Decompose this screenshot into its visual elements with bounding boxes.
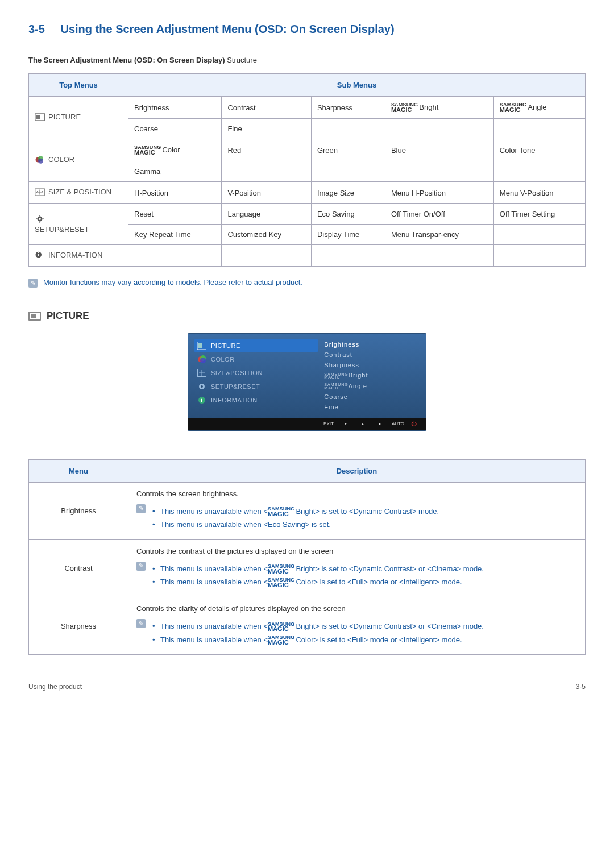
osd-item-picture: PICTURE <box>194 339 318 352</box>
picture-icon <box>35 113 45 121</box>
footer-right: 3-5 <box>576 683 586 691</box>
samsung-magic-logo: SAMSUNGMAGIC <box>500 102 526 113</box>
menu-information-label: INFORMA-TION <box>48 251 102 259</box>
desc-note-item: This menu is unavailable when <SAMSUNGMA… <box>152 621 484 632</box>
gear-icon <box>197 383 206 391</box>
cell <box>128 244 222 267</box>
info-icon: i <box>35 251 45 259</box>
cell: Customized Key <box>222 224 312 244</box>
section-title: Using the Screen Adjustment Menu (OSD: O… <box>60 23 394 35</box>
size-position-icon <box>197 369 206 377</box>
menu-picture-label: PICTURE <box>48 113 81 121</box>
svg-point-7 <box>39 218 41 220</box>
osd-bottom-bar: EXIT ▾ ▴ ▸ AUTO ⏻ <box>188 418 426 430</box>
table-row: i INFORMA-TION <box>29 244 586 267</box>
desc-note-item: This menu is unavailable when <SAMSUNGMA… <box>152 576 484 588</box>
picture-heading: PICTURE <box>28 310 586 322</box>
footer-left: Using the product <box>28 683 82 691</box>
description-header: Description <box>128 459 586 482</box>
cell: Menu H-Position <box>385 182 493 204</box>
cell <box>493 244 585 267</box>
samsung-magic-logo: SAMSUNGMAGIC <box>268 622 294 632</box>
sub-menus-header: Sub Menus <box>128 74 586 97</box>
cell: Gamma <box>128 161 222 182</box>
table-row: COLOR SAMSUNGMAGICColor Red Green Blue C… <box>29 139 586 161</box>
cell: Key Repeat Time <box>128 224 222 244</box>
picture-icon <box>197 342 206 350</box>
svg-point-4 <box>38 159 43 164</box>
cell: SAMSUNGMAGICColor <box>128 139 222 161</box>
description-table: Menu Description Brightness Controls the… <box>28 459 586 655</box>
table-row: Sharpness Controls the clarity of detail… <box>29 597 586 655</box>
desc-intro: Controls the screen brightness. <box>136 489 577 498</box>
table-row: PICTURE Brightness Contrast Sharpness SA… <box>29 97 586 119</box>
svg-rect-15 <box>198 343 202 348</box>
desc-menu-brightness: Brightness <box>29 482 128 539</box>
cell: Menu Transpar-ency <box>385 224 493 244</box>
size-position-icon <box>35 188 45 196</box>
osd-right-icon: ▸ <box>375 421 385 426</box>
desc-intro: Controls the contrast of the pictures di… <box>136 547 577 555</box>
cell: Menu V-Position <box>493 182 585 204</box>
note-icon: ✎ <box>28 279 38 288</box>
color-icon <box>35 156 45 164</box>
cell: Eco Saving <box>311 203 385 224</box>
cell: Reset <box>128 203 222 224</box>
table-row: Brightness Controls the screen brightnes… <box>29 482 586 539</box>
osd-sub-magic-angle: SAMSUNGMAGICAngle <box>324 381 422 392</box>
desc-note-item: This menu is unavailable when <SAMSUNGMA… <box>152 563 484 575</box>
osd-power-icon: ⏻ <box>409 421 419 427</box>
osd-up-icon: ▴ <box>358 421 368 426</box>
osd-sub-sharpness: Sharpness <box>324 360 422 370</box>
samsung-magic-logo: SAMSUNGMAGIC <box>268 578 294 588</box>
cell: Green <box>311 139 385 161</box>
cell: H-Position <box>128 182 222 204</box>
cell <box>311 119 385 139</box>
cell <box>493 161 585 182</box>
svg-rect-1 <box>36 115 40 119</box>
desc-menu-sharpness: Sharpness <box>29 597 128 655</box>
osd-exit: EXIT <box>323 421 334 426</box>
samsung-magic-logo: SAMSUNGMAGIC <box>268 635 294 645</box>
samsung-magic-logo: SAMSUNGMAGIC <box>134 145 161 155</box>
osd-item-information: i INFORMATION <box>194 394 318 406</box>
osd-sub-brightness: Brightness <box>324 339 422 350</box>
menu-setup-reset-label: SETUP&RESET <box>35 225 89 234</box>
desc-intro: Controls the clarity of details of pictu… <box>136 604 577 613</box>
page-footer: Using the product 3-5 <box>28 678 586 691</box>
osd-item-size-position: SIZE&POSITION <box>194 367 318 379</box>
cell: Display Time <box>311 224 385 244</box>
osd-down-icon: ▾ <box>341 421 351 426</box>
sub-heading-rest: Structure <box>225 56 257 64</box>
menu-information: i INFORMA-TION <box>29 244 128 267</box>
osd-sub-magic-bright: SAMSUNGMAGICBright <box>324 370 422 381</box>
note-row: ✎ Monitor functions may vary according t… <box>28 278 586 288</box>
desc-cell: Controls the contrast of the pictures di… <box>128 539 586 597</box>
table-row: SIZE & POSI-TION H-Position V-Position I… <box>29 182 586 204</box>
info-icon: i <box>197 396 206 404</box>
cell: Brightness <box>128 97 222 119</box>
samsung-magic-logo: SAMSUNGMAGIC <box>391 102 418 113</box>
desc-menu-contrast: Contrast <box>29 539 128 597</box>
cell: Image Size <box>311 182 385 204</box>
svg-text:i: i <box>38 252 39 258</box>
table-row: Contrast Controls the contrast of the pi… <box>29 539 586 597</box>
cell <box>385 161 493 182</box>
svg-text:i: i <box>201 397 202 404</box>
cell: Contrast <box>222 97 312 119</box>
table-row: SETUP&RESET Reset Language Eco Saving Of… <box>29 203 586 224</box>
menu-setup-reset: SETUP&RESET <box>29 203 128 244</box>
menu-header: Menu <box>29 459 128 482</box>
note-text: Monitor functions may vary according to … <box>43 278 302 286</box>
cell <box>493 224 585 244</box>
section-number: 3-5 <box>28 23 45 35</box>
osd-item-setup-reset: SETUP&RESET <box>194 380 318 393</box>
desc-cell: Controls the screen brightness. ✎ This m… <box>128 482 586 539</box>
samsung-magic-logo: SAMSUNGMAGIC <box>268 506 294 517</box>
sub-heading: The Screen Adjustment Menu (OSD: On Scre… <box>28 56 586 64</box>
osd-auto: AUTO <box>392 421 402 426</box>
desc-note-item: This menu is unavailable when <Eco Savin… <box>152 519 439 530</box>
sub-heading-bold: The Screen Adjustment Menu (OSD: On Scre… <box>28 56 225 64</box>
osd-sub-fine: Fine <box>324 402 422 412</box>
cell <box>311 161 385 182</box>
